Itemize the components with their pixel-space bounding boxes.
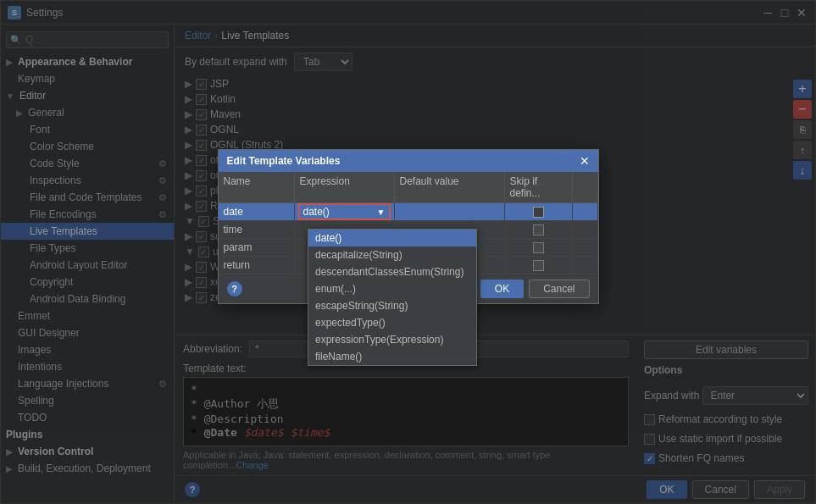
dropdown-item-expected[interactable]: expectedType(): [308, 314, 476, 331]
settings-window: S Settings ─ □ ✕ 🔍 ▶ Appearance & Behavi…: [0, 0, 816, 504]
col-arrows: [573, 172, 598, 202]
cell-skip-time: [505, 221, 573, 238]
modal-overlay: Edit Template Variables ✕ Name Expressio…: [0, 0, 816, 504]
modal-ok-button[interactable]: OK: [480, 280, 524, 298]
dropdown-item-decapitalize[interactable]: decapitalize(String): [308, 246, 476, 263]
skip-checkbox-time[interactable]: [533, 224, 544, 235]
modal-close-button[interactable]: ✕: [580, 154, 590, 168]
skip-checkbox-param[interactable]: [533, 242, 544, 253]
cell-name-return: return: [219, 257, 295, 274]
cell-skip-return: [505, 257, 573, 274]
dropdown-item-escape[interactable]: escapeString(String): [308, 297, 476, 314]
cell-skip-date: [505, 203, 573, 220]
dropdown-item-expression[interactable]: expressionType(Expression): [308, 331, 476, 348]
cell-arrows-time: [573, 221, 598, 238]
expression-dropdown-list[interactable]: date() decapitalize(String) descendantCl…: [308, 229, 477, 366]
cell-arrows-date: [573, 203, 598, 220]
col-expression: Expression: [295, 172, 395, 202]
cell-arrows-param: [573, 239, 598, 256]
modal-table-header: Name Expression Default value Skip if de…: [219, 172, 598, 203]
skip-checkbox-return[interactable]: [533, 260, 544, 271]
skip-checkbox-date[interactable]: [533, 207, 544, 218]
dropdown-item-descendant[interactable]: descendantClassesEnum(String): [308, 263, 476, 280]
cell-expr-date[interactable]: date() ▼: [295, 203, 395, 220]
dropdown-arrow-icon: ▼: [377, 208, 386, 217]
cell-default-date: [395, 203, 505, 220]
modal-cancel-button[interactable]: Cancel: [529, 280, 589, 298]
table-row-date[interactable]: date date() ▼: [219, 203, 598, 221]
modal-title-bar: Edit Template Variables ✕: [219, 150, 598, 172]
modal-title: Edit Template Variables: [227, 155, 341, 167]
expression-value: date(): [303, 206, 330, 218]
dropdown-item-filename[interactable]: fileName(): [308, 348, 476, 365]
dropdown-item-enum[interactable]: enum(...): [308, 280, 476, 297]
dropdown-item-date[interactable]: date(): [308, 230, 476, 246]
col-default: Default value: [395, 172, 505, 202]
cell-name-time: time: [219, 221, 295, 238]
col-skip: Skip if defin...: [505, 172, 573, 202]
modal-help-button[interactable]: ?: [227, 281, 242, 296]
expression-dropdown[interactable]: date() ▼: [298, 203, 391, 220]
cell-skip-param: [505, 239, 573, 256]
col-name: Name: [219, 172, 295, 202]
cell-arrows-return: [573, 257, 598, 274]
cell-name-param: param: [219, 239, 295, 256]
cell-name-date: date: [219, 203, 295, 220]
